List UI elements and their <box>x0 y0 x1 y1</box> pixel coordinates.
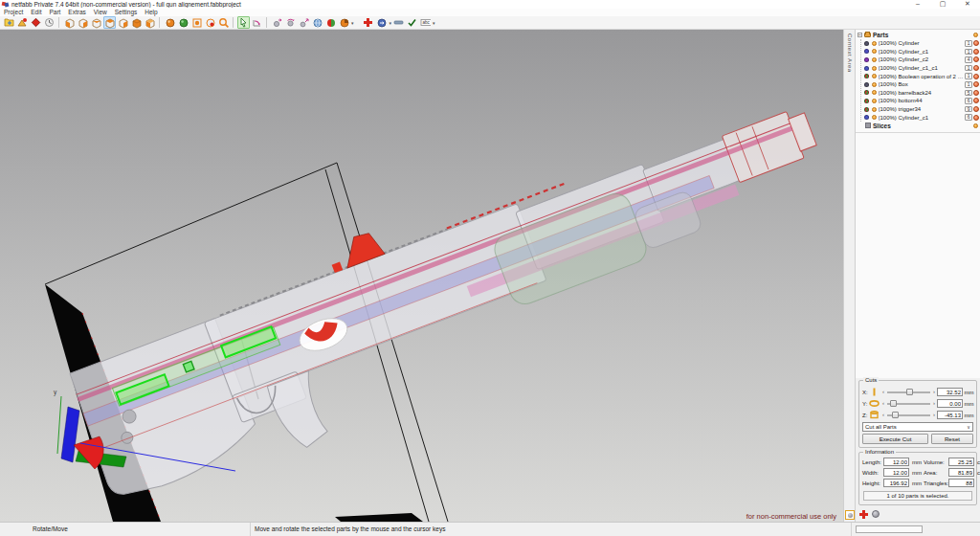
x-value-input[interactable] <box>937 388 963 396</box>
status-badge[interactable]: 6 <box>965 114 972 121</box>
zoom-all-green-icon[interactable] <box>177 16 189 29</box>
parts-tree-header[interactable]: − Parts <box>857 31 979 39</box>
remove-icon[interactable] <box>973 98 979 103</box>
part-row-barrelback24[interactable]: (100%) barrelback245 <box>861 89 979 98</box>
part-row-box[interactable]: (100%) Box1 <box>861 80 979 89</box>
history-clock-icon[interactable] <box>43 16 56 29</box>
cube-view-right-icon[interactable] <box>77 16 89 29</box>
width-value[interactable] <box>883 468 909 477</box>
minimize-button[interactable]: – <box>905 0 930 9</box>
execute-cut-button[interactable]: Execute Cut <box>862 434 928 444</box>
reset-button[interactable]: Reset <box>931 434 973 444</box>
remove-icon[interactable] <box>973 115 979 121</box>
status-badge[interactable]: 6 <box>965 98 972 104</box>
z-slider[interactable] <box>887 412 930 418</box>
part-sphere-icon[interactable] <box>872 510 880 518</box>
status-badge[interactable]: 1 <box>965 40 972 47</box>
remove-icon[interactable] <box>973 40 979 46</box>
x-slider[interactable] <box>887 389 930 395</box>
render-mode-caret-icon[interactable]: ▾ <box>351 20 354 26</box>
part-row-boolean[interactable]: (100%) Boolean operation of 2 parts1 <box>861 72 979 80</box>
zoom-box-icon[interactable] <box>190 16 203 29</box>
repair-diamond-icon[interactable] <box>30 16 42 29</box>
title-bar[interactable]: netfabb Private 7.4 64bit (non-commercia… <box>0 0 980 9</box>
context-strip-button[interactable] <box>845 510 855 520</box>
y-decrease-button[interactable]: ‹ <box>880 400 886 407</box>
close-button[interactable]: ✕ <box>955 0 980 9</box>
area-value[interactable] <box>948 468 974 477</box>
cube-view-left-icon[interactable] <box>63 16 76 29</box>
zoom-selection-icon[interactable] <box>204 16 216 29</box>
cut-scope-select[interactable]: Cut all Parts ∨ <box>862 422 973 432</box>
remove-icon[interactable] <box>973 65 979 71</box>
x-decrease-button[interactable]: ‹ <box>880 389 886 395</box>
y-slider[interactable] <box>887 400 930 407</box>
select-cursor-icon[interactable] <box>237 16 250 29</box>
status-badge[interactable]: 4 <box>965 56 972 63</box>
remove-part-minus-icon[interactable] <box>392 16 405 29</box>
menu-extras[interactable]: Extras <box>64 9 89 16</box>
visibility-icon[interactable] <box>872 115 877 120</box>
height-value[interactable] <box>883 479 909 487</box>
part-row-cylinder-c2[interactable]: (100%) Cylinder_c24 <box>861 56 979 64</box>
automatic-repair-icon[interactable] <box>375 16 388 29</box>
visibility-icon[interactable] <box>872 66 877 71</box>
viewport-3d[interactable]: y for non-commercial use only <box>0 30 843 522</box>
rotate-view-icon[interactable] <box>251 16 263 29</box>
visibility-icon[interactable] <box>872 107 877 112</box>
scale-part-icon[interactable] <box>298 16 310 29</box>
part-row-cylinder-c1-c1[interactable]: (100%) Cylinder_c1_c11 <box>861 64 979 73</box>
add-part-icon[interactable] <box>16 16 29 29</box>
automatic-repair-caret-icon[interactable]: ▾ <box>390 20 392 26</box>
remove-icon[interactable] <box>973 56 979 62</box>
move-part-icon[interactable] <box>271 16 283 29</box>
visibility-icon[interactable] <box>973 33 978 37</box>
visibility-icon[interactable] <box>872 82 877 87</box>
rotate-part-icon[interactable] <box>284 16 297 29</box>
part-row-trigger34[interactable]: (100%) trigger349 <box>861 105 979 114</box>
part-row-cylinder-c1-2[interactable]: (100%) Cylinder_c16 <box>861 113 979 122</box>
visibility-icon[interactable] <box>973 123 978 128</box>
remove-icon[interactable] <box>973 81 979 87</box>
apply-check-icon[interactable] <box>406 16 418 29</box>
z-value-input[interactable] <box>937 411 963 419</box>
collapse-icon[interactable]: − <box>858 33 862 37</box>
visibility-icon[interactable] <box>872 99 877 103</box>
menu-settings[interactable]: Settings <box>111 9 142 16</box>
magnifier-icon[interactable] <box>217 16 230 29</box>
triangles-value[interactable] <box>948 479 974 487</box>
menu-part[interactable]: Part <box>45 9 64 16</box>
menu-project[interactable]: Project <box>0 9 27 16</box>
part-row-bottom44[interactable]: (100%) bottom446 <box>861 97 979 105</box>
visibility-icon[interactable] <box>872 49 877 54</box>
length-value[interactable] <box>883 458 909 466</box>
remove-icon[interactable] <box>973 90 979 96</box>
maximize-button[interactable]: ▢ <box>930 0 955 9</box>
open-project-icon[interactable] <box>3 16 15 29</box>
globe-view-icon[interactable] <box>311 16 323 29</box>
cube-view-iso-icon[interactable] <box>144 16 156 29</box>
visibility-icon[interactable] <box>872 90 877 95</box>
menu-edit[interactable]: Edit <box>27 9 45 16</box>
slices-tree-header[interactable]: Slices <box>857 122 979 130</box>
status-badge[interactable]: 5 <box>965 90 972 97</box>
label-parts-abc-icon[interactable]: abc <box>419 16 432 29</box>
menu-help[interactable]: Help <box>141 9 161 16</box>
cube-view-back-icon[interactable] <box>103 16 116 29</box>
y-value-input[interactable] <box>937 399 963 408</box>
context-area-strip[interactable]: Context Area <box>843 30 856 522</box>
status-badge[interactable]: 1 <box>965 65 972 72</box>
remove-icon[interactable] <box>973 106 979 112</box>
part-row-cylinder[interactable]: (100%) Cylinder1 <box>861 39 979 48</box>
volume-value[interactable] <box>948 458 974 466</box>
status-badge[interactable]: 1 <box>965 73 972 79</box>
add-repair-icon[interactable] <box>859 510 868 519</box>
status-badge[interactable]: 1 <box>965 81 972 88</box>
remove-icon[interactable] <box>973 74 979 79</box>
remove-icon[interactable] <box>973 49 979 55</box>
status-badge[interactable]: 9 <box>965 106 972 113</box>
toggle-part-colors-icon[interactable] <box>324 16 337 29</box>
z-decrease-button[interactable]: ‹ <box>880 412 886 418</box>
render-mode-icon[interactable] <box>338 16 350 29</box>
cube-view-top-icon[interactable] <box>117 16 129 29</box>
